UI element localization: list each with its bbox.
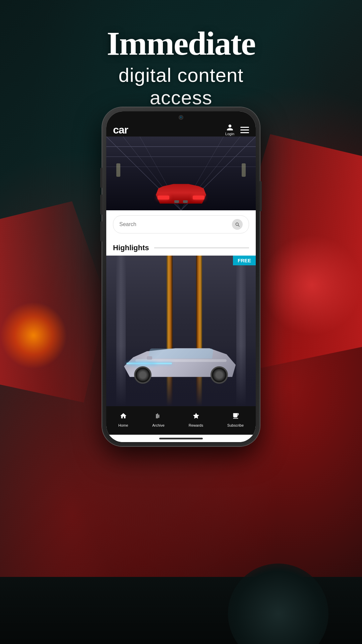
search-input[interactable] (119, 221, 232, 227)
promo-header: Immediate digital content access (0, 27, 362, 109)
subscribe-icon (232, 412, 239, 422)
bottom-navigation: Home Archive Rewards (106, 406, 256, 435)
rewards-icon (192, 412, 200, 422)
user-icon (226, 124, 234, 131)
login-label: Login (225, 132, 234, 136)
archive-icon (155, 412, 162, 422)
search-icon (235, 222, 240, 227)
exhaust-right (183, 200, 188, 203)
highlights-header: Highlights (113, 244, 249, 252)
promo-title-line1: Immediate (0, 27, 362, 60)
home-indicator (159, 438, 203, 439)
search-bar[interactable] (113, 215, 249, 233)
nav-item-home[interactable]: Home (118, 412, 128, 427)
home-icon (120, 412, 127, 422)
glow-orange (0, 302, 67, 369)
search-button[interactable] (232, 219, 243, 230)
login-button[interactable]: Login (225, 124, 234, 136)
silver-car (124, 340, 238, 384)
hero-image (106, 137, 256, 210)
search-section (106, 210, 256, 238)
wheel-front (134, 366, 152, 384)
exhaust-left (174, 200, 179, 203)
highlights-title: Highlights (113, 244, 149, 252)
brand-logo: car (113, 124, 128, 136)
wheel-rear (210, 366, 228, 384)
header-right: Login (225, 124, 249, 136)
highlights-divider (154, 248, 249, 248)
tail-lights (158, 196, 204, 200)
phone-outer-shell: car Login (102, 107, 260, 446)
tail-light-left (158, 196, 169, 200)
featured-car-card[interactable]: FREE (106, 256, 256, 406)
wall-light-left (116, 163, 120, 177)
hero-car (151, 170, 211, 204)
nav-item-subscribe[interactable]: Subscribe (227, 412, 244, 427)
headlight-glow (130, 360, 157, 367)
phone-mockup: car Login (102, 107, 260, 446)
car-card-image (106, 256, 256, 406)
nav-item-archive[interactable]: Archive (152, 412, 165, 427)
nav-subscribe-label: Subscribe (227, 423, 244, 427)
promo-title-line2: digital content access (0, 64, 362, 109)
tail-light-right (193, 196, 204, 200)
car-wheels (124, 366, 238, 384)
free-badge: FREE (233, 256, 256, 265)
side-mirror (147, 356, 152, 360)
phone-screen: car Login (106, 111, 256, 442)
nav-item-rewards[interactable]: Rewards (189, 412, 203, 427)
menu-line-3 (240, 132, 249, 133)
nav-home-label: Home (118, 423, 128, 427)
nav-archive-label: Archive (152, 423, 165, 427)
glow-red (261, 235, 362, 335)
phone-content: car Login (106, 111, 256, 442)
phone-notch (158, 111, 204, 123)
wall-light-right (242, 163, 246, 177)
camera-dot (179, 115, 183, 120)
home-bar (106, 435, 256, 442)
menu-line-1 (240, 127, 249, 128)
hamburger-menu-button[interactable] (240, 127, 249, 133)
nav-rewards-label: Rewards (189, 423, 203, 427)
exhaust-pipes (174, 200, 188, 203)
windshield (148, 348, 214, 359)
menu-line-2 (240, 129, 249, 130)
highlights-section: Highlights (106, 238, 256, 256)
